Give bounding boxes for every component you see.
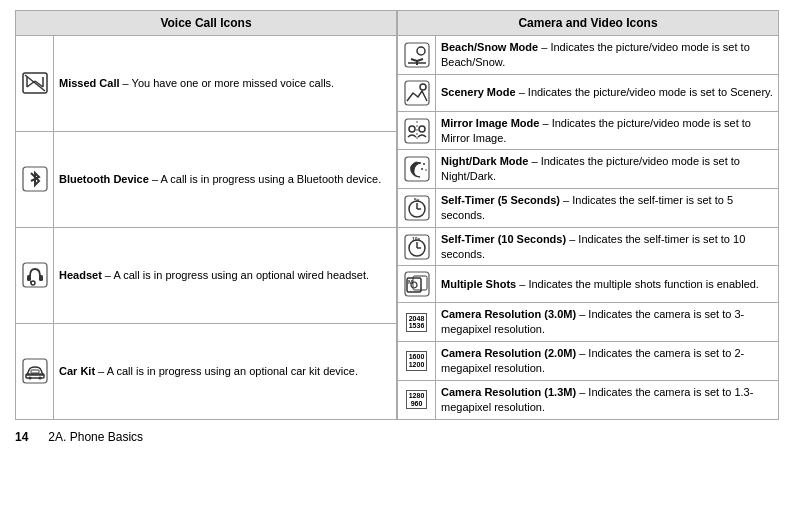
table-row: Missed Call – You have one or more misse… [16,36,397,132]
table-row: Mirror Image Mode – Indicates the pictur… [398,111,779,150]
camera-icon-cam-res-2: 16001200 [398,342,436,381]
camera-video-header: Camera and Video Icons [398,11,779,36]
voice-call-table: Voice Call Icons Missed Call – You have … [15,10,397,420]
table-row: Headset – A call is in progress using an… [16,227,397,323]
camera-icon-cam-res-1: 1280960 [398,380,436,419]
voice-text-missed-call: Missed Call – You have one or more misse… [54,36,397,132]
page-number: 14 [15,430,28,444]
svg-point-28 [419,126,425,132]
svg-rect-8 [27,275,31,281]
svg-text:5s: 5s [414,197,420,203]
camera-icon-self-timer-10: 10s [398,227,436,266]
svg-line-21 [417,59,423,61]
svg-point-15 [38,377,41,380]
table-row: 5s Self-Timer (5 Seconds) – Indicates th… [398,189,779,228]
svg-point-30 [423,163,425,165]
camera-icon-mirror-image [398,111,436,150]
camera-text-cam-res-2: Camera Resolution (2.0M) – Indicates the… [436,342,779,381]
svg-point-31 [421,168,423,170]
svg-rect-29 [405,157,429,181]
chapter-title: 2A. Phone Basics [48,430,143,444]
table-row: Car Kit – A call is in progress using an… [16,323,397,419]
camera-icon-beach-snow [398,36,436,75]
camera-text-beach-snow: Beach/Snow Mode – Indicates the picture/… [436,36,779,75]
camera-icon-self-timer-5: 5s [398,189,436,228]
voice-text-car-kit: Car Kit – A call is in progress using an… [54,323,397,419]
svg-point-18 [417,47,425,55]
camera-text-self-timer-5: Self-Timer (5 Seconds) – Indicates the s… [436,189,779,228]
camera-text-mirror-image: Mirror Image Mode – Indicates the pictur… [436,111,779,150]
main-layout: Voice Call Icons Missed Call – You have … [15,10,779,420]
camera-icon-cam-res-3: 20481536 [398,303,436,342]
table-row: 10s Self-Timer (10 Seconds) – Indicates … [398,227,779,266]
svg-line-20 [411,59,417,61]
table-row: Beach/Snow Mode – Indicates the picture/… [398,36,779,75]
svg-point-27 [409,126,415,132]
voice-icon-missed-call [16,36,54,132]
voice-icon-bluetooth-device [16,131,54,227]
svg-rect-16 [31,370,39,373]
svg-point-14 [28,377,31,380]
camera-text-self-timer-10: Self-Timer (10 Seconds) – Indicates the … [436,227,779,266]
camera-video-table: Camera and Video Icons Beach/Snow Mode –… [397,10,779,420]
svg-rect-12 [23,359,47,383]
camera-icon-multiple-shots: M [398,266,436,303]
camera-icon-scenery [398,74,436,111]
table-row: 1280960Camera Resolution (1.3M) – Indica… [398,380,779,419]
table-row: Scenery Mode – Indicates the picture/vid… [398,74,779,111]
voice-text-headset: Headset – A call is in progress using an… [54,227,397,323]
table-row: 20481536Camera Resolution (3.0M) – Indic… [398,303,779,342]
table-row: M Multiple Shots – Indicates the multipl… [398,266,779,303]
table-row: Bluetooth Device – A call is in progress… [16,131,397,227]
voice-icon-car-kit [16,323,54,419]
voice-icon-headset [16,227,54,323]
svg-point-11 [31,281,35,285]
camera-text-scenery: Scenery Mode – Indicates the picture/vid… [436,74,779,111]
camera-text-cam-res-1: Camera Resolution (1.3M) – Indicates the… [436,380,779,419]
svg-point-24 [420,84,426,90]
svg-rect-9 [39,275,43,281]
voice-text-bluetooth-device: Bluetooth Device – A call is in progress… [54,131,397,227]
camera-text-cam-res-3: Camera Resolution (3.0M) – Indicates the… [436,303,779,342]
table-row: Night/Dark Mode – Indicates the picture/… [398,150,779,189]
camera-text-night-dark: Night/Dark Mode – Indicates the picture/… [436,150,779,189]
camera-text-multiple-shots: Multiple Shots – Indicates the multiple … [436,266,779,303]
svg-text:10s: 10s [412,236,421,242]
footer: 14 2A. Phone Basics [15,430,779,444]
svg-point-32 [425,169,427,171]
voice-call-header: Voice Call Icons [16,11,397,36]
svg-line-5 [25,75,45,91]
camera-icon-night-dark [398,150,436,189]
svg-text:M: M [408,279,413,285]
table-row: 16001200Camera Resolution (2.0M) – Indic… [398,342,779,381]
